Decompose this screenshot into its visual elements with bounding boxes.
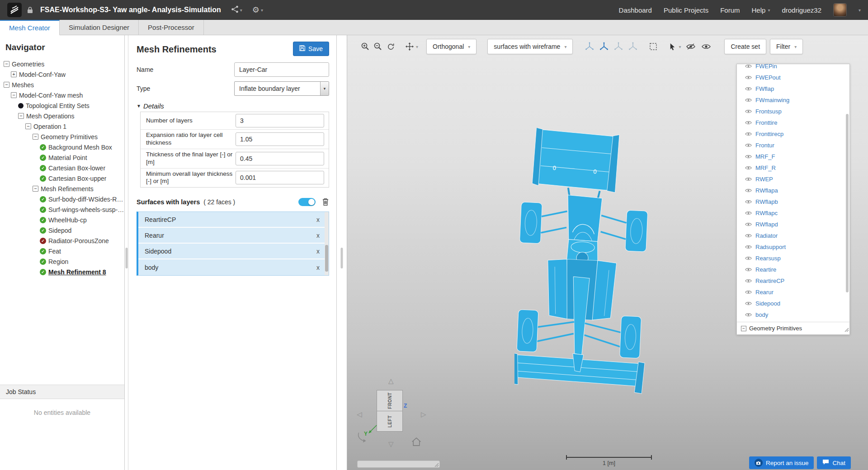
part-visibility-row[interactable]: FWEPin — [737, 64, 849, 72]
nav-public-projects[interactable]: Public Projects — [664, 6, 708, 14]
eye-icon[interactable] — [745, 74, 752, 82]
part-name-link[interactable]: MRF_R — [755, 164, 776, 171]
part-visibility-row[interactable]: MRF_R — [737, 162, 849, 174]
tree-item[interactable]: − Geometry Primitives — [0, 132, 124, 142]
view-orientation-4-icon[interactable] — [627, 40, 639, 53]
scrollbar-thumb[interactable] — [325, 245, 328, 272]
part-name-link[interactable]: Fronttire — [755, 119, 777, 126]
tree-item[interactable]: ✓ Surf-wings-wheels-susp-bars — [0, 204, 124, 215]
detail-field-input[interactable] — [236, 171, 324, 184]
eye-icon[interactable] — [745, 209, 752, 217]
part-name-link[interactable]: Frontsusp — [755, 108, 782, 115]
pan-tool-icon[interactable] — [403, 40, 416, 53]
viewer-horizontal-scrollbar[interactable] — [357, 461, 440, 468]
projection-dropdown[interactable]: Orthogonal▾ — [426, 39, 476, 54]
eye-icon[interactable] — [745, 232, 752, 240]
chevron-down-icon[interactable]: ▾ — [679, 44, 681, 49]
eye-icon[interactable] — [745, 221, 752, 229]
part-visibility-row[interactable]: Frontur — [737, 140, 849, 151]
app-logo-icon[interactable] — [7, 3, 22, 17]
name-input[interactable] — [234, 62, 329, 77]
part-visibility-row[interactable]: RWflapb — [737, 196, 849, 207]
tree-item[interactable]: ✓ Material Point — [0, 152, 124, 163]
tree-item[interactable]: ✓ Sidepod — [0, 225, 124, 235]
username[interactable]: drodriguez32 — [782, 6, 821, 14]
part-name-link[interactable]: RWflapc — [755, 210, 778, 216]
eye-icon[interactable] — [745, 141, 752, 150]
parts-footer[interactable]: − Geometry Primitives — [737, 322, 849, 334]
rotate-right-arrow-icon[interactable]: ▷ — [421, 411, 426, 418]
tree-item[interactable]: − Geometries — [0, 59, 124, 69]
part-visibility-row[interactable]: FWEPout — [737, 72, 849, 83]
part-name-link[interactable]: Sidepood — [755, 300, 780, 307]
part-visibility-row[interactable]: Rearsusp — [737, 253, 849, 264]
nav-help[interactable]: Help▾ — [752, 6, 770, 14]
part-name-link[interactable]: RWflapa — [755, 187, 778, 194]
tree-item[interactable]: − Operation 1 — [0, 121, 124, 132]
tree-item[interactable]: + Model-Conf-Yaw — [0, 69, 124, 80]
rotate-down-arrow-icon[interactable]: ▽ — [388, 441, 394, 447]
eye-icon[interactable] — [745, 243, 752, 251]
tree-item[interactable]: − Mesh Refinements — [0, 183, 124, 194]
tree-item[interactable]: ✓ Cartesian Box-lower — [0, 163, 124, 173]
eye-icon[interactable] — [745, 119, 752, 127]
tree-item[interactable]: ✓ Surf-body-diff-WSides-Radsup — [0, 194, 124, 204]
eye-icon[interactable] — [745, 311, 752, 319]
eye-icon[interactable] — [745, 187, 752, 195]
part-visibility-row[interactable]: Fronttirecp — [737, 128, 849, 140]
part-name-link[interactable]: Fronttirecp — [755, 131, 783, 137]
chevron-down-icon[interactable]: ▾ — [416, 44, 418, 49]
refresh-view-icon[interactable] — [384, 40, 397, 53]
chat-button[interactable]: Chat — [817, 456, 851, 469]
tree-item[interactable]: ✓ Cartesian Box-upper — [0, 173, 124, 183]
part-visibility-row[interactable]: FWmainwing — [737, 94, 849, 106]
part-name-link[interactable]: FWEPin — [755, 64, 777, 70]
tree-item[interactable]: ✓ WheelHub-cp — [0, 215, 124, 225]
type-select[interactable]: Inflate boundary layer ▼ — [234, 81, 329, 96]
view-orientation-2-icon[interactable] — [598, 40, 610, 53]
pointer-tool-icon[interactable] — [666, 40, 679, 53]
eye-icon[interactable] — [745, 108, 752, 116]
eye-icon[interactable] — [745, 164, 752, 172]
part-visibility-row[interactable]: MRF_F — [737, 151, 849, 162]
remove-surface-button[interactable]: x — [316, 216, 320, 223]
share-menu[interactable]: ▾ — [231, 5, 242, 15]
eye-icon[interactable] — [745, 300, 752, 308]
view-orientation-1-icon[interactable] — [584, 40, 595, 53]
part-visibility-row[interactable]: FWflap — [737, 83, 849, 94]
part-visibility-row[interactable]: Sidepood — [737, 298, 849, 309]
render-mode-dropdown[interactable]: surfaces with wireframe▾ — [487, 39, 573, 54]
assigned-surface-row[interactable]: Rearur x — [138, 228, 329, 244]
delete-selection-button[interactable] — [322, 197, 329, 206]
rotate-up-arrow-icon[interactable]: △ — [388, 377, 394, 384]
tree-item[interactable]: − Mesh Operations — [0, 111, 124, 121]
panel-splitter[interactable] — [337, 35, 347, 470]
assigned-surface-row[interactable]: body x — [138, 259, 329, 275]
report-issue-button[interactable]: Report an issue — [749, 456, 814, 469]
nav-forum[interactable]: Forum — [720, 6, 740, 14]
filter-dropdown[interactable]: Filter▾ — [770, 39, 803, 54]
hide-selected-icon[interactable] — [684, 40, 697, 53]
tree-item[interactable]: ✓ Background Mesh Box — [0, 142, 124, 152]
avatar[interactable] — [833, 3, 847, 17]
tree-item[interactable]: − Model-Conf-Yaw mesh — [0, 90, 124, 100]
tree-item[interactable]: ✓ Feat — [0, 246, 124, 256]
part-visibility-row[interactable]: Rearur — [737, 287, 849, 298]
part-name-link[interactable]: FWflap — [755, 85, 774, 92]
part-name-link[interactable]: Rearur — [755, 289, 774, 296]
show-all-eye-icon[interactable] — [700, 40, 712, 53]
eye-icon[interactable] — [745, 130, 752, 138]
part-visibility-row[interactable]: Frontsusp — [737, 106, 849, 117]
eye-icon[interactable] — [745, 277, 752, 285]
assigned-surface-row[interactable]: Sidepood x — [138, 244, 329, 259]
tree-item[interactable]: ✓ Region — [0, 256, 124, 267]
nav-dashboard[interactable]: Dashboard — [619, 6, 652, 14]
part-visibility-row[interactable]: RWflapa — [737, 185, 849, 196]
zoom-out-icon[interactable] — [372, 40, 384, 53]
eye-icon[interactable] — [745, 254, 752, 263]
create-set-button[interactable]: Create set — [724, 39, 766, 54]
remove-surface-button[interactable]: x — [316, 264, 320, 271]
part-name-link[interactable]: Rearsusp — [755, 255, 781, 262]
part-name-link[interactable]: RWEP — [755, 176, 773, 183]
part-name-link[interactable]: FWEPout — [755, 74, 781, 81]
